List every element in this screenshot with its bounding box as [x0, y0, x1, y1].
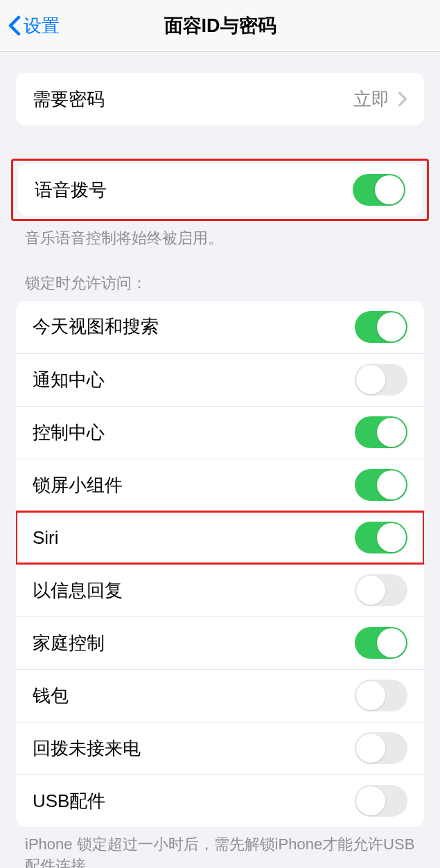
require-passcode-value: 立即 — [353, 87, 389, 112]
locked-access-toggle[interactable] — [355, 574, 407, 606]
locked-access-toggle[interactable] — [355, 785, 407, 817]
locked-access-toggle[interactable] — [355, 732, 407, 764]
locked-access-row: 控制中心 — [16, 406, 424, 459]
locked-access-label: 回拨未接来电 — [33, 736, 141, 761]
voice-dial-label: 语音拨号 — [35, 178, 107, 202]
locked-access-toggle[interactable] — [355, 469, 407, 501]
locked-access-label: 控制中心 — [33, 420, 105, 445]
back-button[interactable]: 设置 — [0, 14, 60, 38]
locked-access-label: 钱包 — [33, 684, 69, 708]
locked-access-row: 钱包 — [16, 669, 424, 722]
voice-dial-row: 语音拨号 — [18, 163, 422, 216]
navbar: 设置 面容ID与密码 — [0, 0, 440, 52]
locked-access-row: 锁屏小组件 — [16, 459, 424, 511]
locked-access-label: USB配件 — [33, 789, 105, 813]
voice-dial-toggle[interactable] — [353, 174, 405, 206]
locked-access-toggle[interactable] — [355, 364, 407, 396]
locked-access-toggle[interactable] — [355, 311, 407, 343]
locked-access-list: 今天视图和搜索通知中心控制中心锁屏小组件Siri以信息回复家庭控制钱包回拨未接来… — [16, 301, 424, 827]
locked-access-toggle[interactable] — [355, 680, 407, 711]
locked-access-toggle[interactable] — [355, 416, 407, 448]
locked-access-row: USB配件 — [16, 774, 424, 827]
locked-access-row: 回拨未接来电 — [16, 722, 424, 774]
locked-access-footer: iPhone 锁定超过一小时后，需先解锁iPhone才能允许USB 配件连接。 — [0, 827, 440, 868]
locked-access-label: 以信息回复 — [33, 578, 123, 603]
locked-access-row: Siri — [16, 511, 424, 564]
require-passcode-label: 需要密码 — [33, 87, 105, 112]
locked-access-row: 今天视图和搜索 — [16, 301, 424, 353]
chevron-left-icon — [8, 15, 21, 36]
require-passcode-row[interactable]: 需要密码 立即 — [16, 73, 424, 125]
locked-access-label: 锁屏小组件 — [33, 473, 123, 497]
locked-access-label: 通知中心 — [33, 368, 105, 392]
voice-dial-footer: 音乐语音控制将始终被启用。 — [0, 221, 440, 249]
voice-dial-highlight: 语音拨号 — [11, 159, 429, 221]
chevron-right-icon — [398, 91, 407, 107]
locked-access-label: Siri — [33, 527, 59, 549]
locked-access-toggle[interactable] — [355, 522, 407, 553]
locked-access-header: 锁定时允许访问： — [0, 273, 440, 301]
locked-access-row: 通知中心 — [16, 353, 424, 406]
locked-access-toggle[interactable] — [355, 627, 407, 659]
back-label: 设置 — [24, 14, 60, 38]
page-title: 面容ID与密码 — [0, 13, 440, 38]
locked-access-label: 今天视图和搜索 — [33, 315, 159, 339]
locked-access-row: 家庭控制 — [16, 617, 424, 669]
locked-access-row: 以信息回复 — [16, 564, 424, 617]
locked-access-label: 家庭控制 — [33, 631, 105, 655]
